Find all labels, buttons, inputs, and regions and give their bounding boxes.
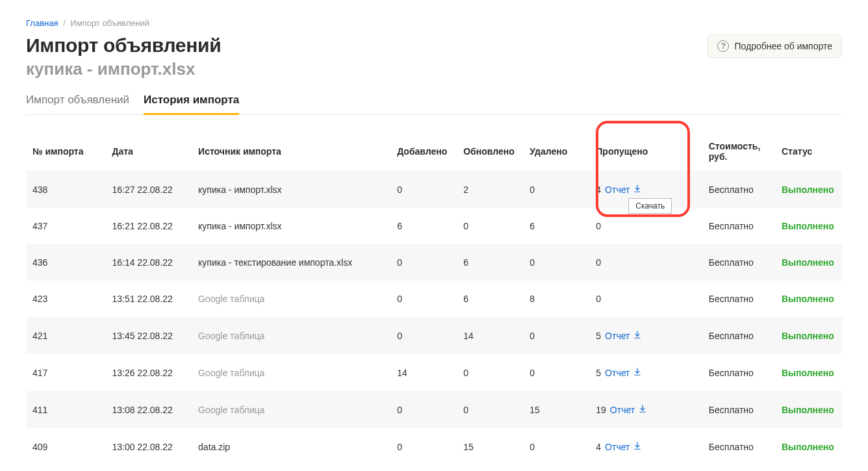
cell-status: Выполнено <box>775 317 842 354</box>
th-updated: Обновлено <box>457 132 523 171</box>
table-row: 41713:26 22.08.22Google таблица14005Отче… <box>26 354 842 391</box>
cell-skipped: 0 <box>589 244 702 281</box>
cell-added: 0 <box>390 281 457 317</box>
cell-date: 16:14 22.08.22 <box>105 244 192 281</box>
cell-skipped: 4ОтчетСкачать <box>589 171 702 208</box>
cell-date: 13:45 22.08.22 <box>105 317 192 354</box>
cell-added: 0 <box>390 317 457 354</box>
skipped-count: 19 <box>596 405 606 415</box>
th-status: Статус <box>775 132 842 171</box>
th-source: Источник импорта <box>192 132 390 171</box>
cell-source: Google таблица <box>192 317 390 354</box>
cell-source: купика - импорт.xlsx <box>192 171 390 208</box>
cell-skipped: 0 <box>589 281 702 317</box>
page-title: Импорт объявлений <box>26 34 221 57</box>
cell-cost: Бесплатно <box>702 391 775 428</box>
cell-skipped: 5Отчет <box>589 354 702 391</box>
skipped-count: 5 <box>596 331 601 341</box>
report-label: Отчет <box>605 442 630 452</box>
cell-added: 6 <box>390 208 457 244</box>
cell-updated: 0 <box>457 208 523 244</box>
cell-source: Google таблица <box>192 391 390 428</box>
cell-source: data.zip <box>192 428 390 465</box>
cell-date: 13:00 22.08.22 <box>105 428 192 465</box>
cell-id: 436 <box>26 244 105 281</box>
cell-updated: 0 <box>457 391 523 428</box>
table-row: 42113:45 22.08.22Google таблица01405Отче… <box>26 317 842 354</box>
download-icon <box>633 330 642 341</box>
table-row: 43816:27 22.08.22купика - импорт.xlsx020… <box>26 171 842 208</box>
cell-id: 417 <box>26 354 105 391</box>
cell-source: Google таблица <box>192 354 390 391</box>
tabs: Импорт объявлений История импорта <box>26 94 842 115</box>
history-table: № импорта Дата Источник импорта Добавлен… <box>26 132 842 465</box>
table-row: 43616:14 22.08.22купика - текстирование … <box>26 244 842 281</box>
tab-import[interactable]: Импорт объявлений <box>26 94 129 114</box>
skipped-count: 5 <box>596 368 601 378</box>
cell-cost: Бесплатно <box>702 244 775 281</box>
cell-skipped: 5Отчет <box>589 317 702 354</box>
cell-deleted: 6 <box>523 208 589 244</box>
table-row: 42313:51 22.08.22Google таблица0680Беспл… <box>26 281 842 317</box>
table-row: 41113:08 22.08.22Google таблица001519Отч… <box>26 391 842 428</box>
cell-status: Выполнено <box>775 428 842 465</box>
cell-source: купика - текстирование импорта.xlsx <box>192 244 390 281</box>
more-label: Подробнее об импорте <box>734 41 832 51</box>
cell-source: купика - импорт.xlsx <box>192 208 390 244</box>
download-icon <box>633 441 642 452</box>
report-link[interactable]: Отчет <box>605 367 642 378</box>
cell-date: 13:26 22.08.22 <box>105 354 192 391</box>
cell-id: 411 <box>26 391 105 428</box>
cell-skipped: 4Отчет <box>589 428 702 465</box>
cell-date: 13:51 22.08.22 <box>105 281 192 317</box>
skipped-count: 0 <box>596 257 601 268</box>
cell-cost: Бесплатно <box>702 281 775 317</box>
cell-added: 0 <box>390 244 457 281</box>
report-link[interactable]: Отчет <box>605 441 642 452</box>
cell-deleted: 0 <box>523 428 589 465</box>
cell-cost: Бесплатно <box>702 354 775 391</box>
report-label: Отчет <box>605 331 630 341</box>
cell-deleted: 0 <box>523 354 589 391</box>
download-tooltip: Скачать <box>628 198 672 214</box>
cell-date: 16:21 22.08.22 <box>105 208 192 244</box>
cell-source: Google таблица <box>192 281 390 317</box>
cell-added: 0 <box>390 391 457 428</box>
cell-added: 0 <box>390 428 457 465</box>
report-link[interactable]: Отчет <box>605 184 642 195</box>
more-about-import-button[interactable]: ? Подробнее об импорте <box>708 34 842 58</box>
cell-id: 438 <box>26 171 105 208</box>
question-icon: ? <box>717 40 729 52</box>
report-link[interactable]: Отчет <box>605 330 642 341</box>
download-icon <box>633 367 642 378</box>
cell-deleted: 0 <box>523 317 589 354</box>
cell-updated: 0 <box>457 354 523 391</box>
cell-updated: 2 <box>457 171 523 208</box>
cell-id: 421 <box>26 317 105 354</box>
skipped-count: 4 <box>596 185 601 195</box>
cell-cost: Бесплатно <box>702 317 775 354</box>
download-icon <box>633 184 642 195</box>
report-link[interactable]: Отчет <box>610 404 647 415</box>
cell-skipped: 19Отчет <box>589 391 702 428</box>
th-id: № импорта <box>26 132 105 171</box>
th-deleted: Удалено <box>523 132 589 171</box>
cell-deleted: 0 <box>523 171 589 208</box>
cell-updated: 14 <box>457 317 523 354</box>
report-label: Отчет <box>605 368 630 378</box>
th-cost: Стоимость, руб. <box>702 132 775 171</box>
cell-deleted: 15 <box>523 391 589 428</box>
breadcrumb-sep: / <box>63 18 66 28</box>
cell-id: 437 <box>26 208 105 244</box>
table-row: 40913:00 22.08.22data.zip01504ОтчетБеспл… <box>26 428 842 465</box>
skipped-count: 0 <box>596 221 601 231</box>
th-added: Добавлено <box>390 132 457 171</box>
cell-id: 409 <box>26 428 105 465</box>
tab-history[interactable]: История импорта <box>144 94 239 114</box>
cell-status: Выполнено <box>775 171 842 208</box>
cell-status: Выполнено <box>775 208 842 244</box>
breadcrumb-home[interactable]: Главная <box>26 18 58 28</box>
breadcrumb-current: Импорт объявлений <box>70 18 149 28</box>
cell-date: 16:27 22.08.22 <box>105 171 192 208</box>
cell-cost: Бесплатно <box>702 171 775 208</box>
